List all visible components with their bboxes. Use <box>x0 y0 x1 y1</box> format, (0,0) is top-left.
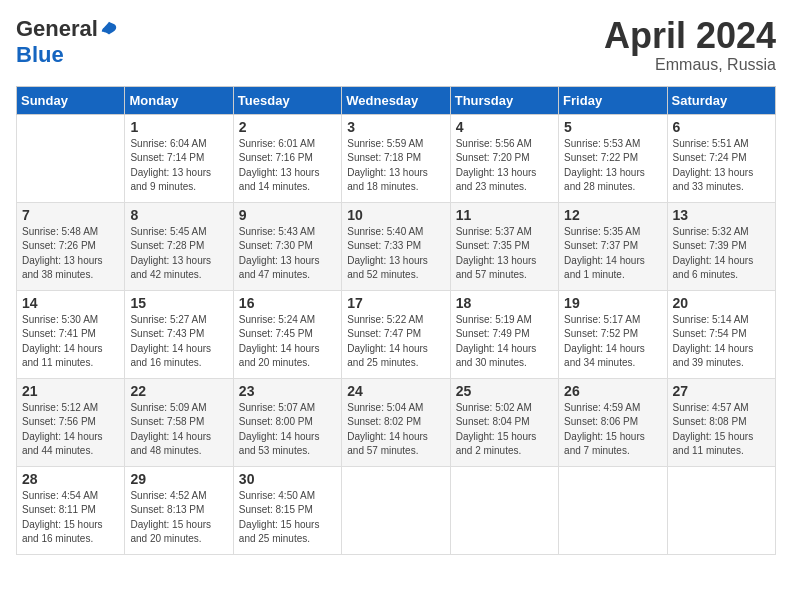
day-number: 16 <box>239 295 336 311</box>
day-number: 19 <box>564 295 661 311</box>
day-info: Sunrise: 5:12 AMSunset: 7:56 PMDaylight:… <box>22 401 119 459</box>
calendar-cell: 3Sunrise: 5:59 AMSunset: 7:18 PMDaylight… <box>342 114 450 202</box>
calendar-cell: 25Sunrise: 5:02 AMSunset: 8:04 PMDayligh… <box>450 378 558 466</box>
day-info: Sunrise: 5:24 AMSunset: 7:45 PMDaylight:… <box>239 313 336 371</box>
day-number: 24 <box>347 383 444 399</box>
day-number: 27 <box>673 383 770 399</box>
calendar-cell: 20Sunrise: 5:14 AMSunset: 7:54 PMDayligh… <box>667 290 775 378</box>
day-number: 22 <box>130 383 227 399</box>
calendar-weekday-tuesday: Tuesday <box>233 86 341 114</box>
day-number: 5 <box>564 119 661 135</box>
day-info: Sunrise: 5:17 AMSunset: 7:52 PMDaylight:… <box>564 313 661 371</box>
location-subtitle: Emmaus, Russia <box>604 56 776 74</box>
day-info: Sunrise: 5:27 AMSunset: 7:43 PMDaylight:… <box>130 313 227 371</box>
page-header: General Blue April 2024 Emmaus, Russia <box>16 16 776 74</box>
day-info: Sunrise: 5:35 AMSunset: 7:37 PMDaylight:… <box>564 225 661 283</box>
day-number: 29 <box>130 471 227 487</box>
calendar-week-row: 28Sunrise: 4:54 AMSunset: 8:11 PMDayligh… <box>17 466 776 554</box>
calendar-cell <box>559 466 667 554</box>
day-number: 21 <box>22 383 119 399</box>
day-info: Sunrise: 5:02 AMSunset: 8:04 PMDaylight:… <box>456 401 553 459</box>
day-number: 25 <box>456 383 553 399</box>
logo-bird-icon <box>100 20 118 38</box>
day-number: 26 <box>564 383 661 399</box>
day-number: 3 <box>347 119 444 135</box>
calendar-weekday-wednesday: Wednesday <box>342 86 450 114</box>
day-info: Sunrise: 4:59 AMSunset: 8:06 PMDaylight:… <box>564 401 661 459</box>
calendar-cell: 7Sunrise: 5:48 AMSunset: 7:26 PMDaylight… <box>17 202 125 290</box>
day-number: 12 <box>564 207 661 223</box>
day-info: Sunrise: 5:48 AMSunset: 7:26 PMDaylight:… <box>22 225 119 283</box>
calendar-cell: 2Sunrise: 6:01 AMSunset: 7:16 PMDaylight… <box>233 114 341 202</box>
day-number: 23 <box>239 383 336 399</box>
calendar-cell: 4Sunrise: 5:56 AMSunset: 7:20 PMDaylight… <box>450 114 558 202</box>
logo: General Blue <box>16 16 118 68</box>
calendar-cell: 19Sunrise: 5:17 AMSunset: 7:52 PMDayligh… <box>559 290 667 378</box>
calendar-cell: 15Sunrise: 5:27 AMSunset: 7:43 PMDayligh… <box>125 290 233 378</box>
day-number: 10 <box>347 207 444 223</box>
day-info: Sunrise: 5:32 AMSunset: 7:39 PMDaylight:… <box>673 225 770 283</box>
day-info: Sunrise: 5:56 AMSunset: 7:20 PMDaylight:… <box>456 137 553 195</box>
calendar-week-row: 21Sunrise: 5:12 AMSunset: 7:56 PMDayligh… <box>17 378 776 466</box>
day-number: 15 <box>130 295 227 311</box>
calendar-cell: 17Sunrise: 5:22 AMSunset: 7:47 PMDayligh… <box>342 290 450 378</box>
day-number: 6 <box>673 119 770 135</box>
day-number: 8 <box>130 207 227 223</box>
calendar-cell: 6Sunrise: 5:51 AMSunset: 7:24 PMDaylight… <box>667 114 775 202</box>
day-number: 18 <box>456 295 553 311</box>
day-number: 9 <box>239 207 336 223</box>
day-info: Sunrise: 6:01 AMSunset: 7:16 PMDaylight:… <box>239 137 336 195</box>
day-number: 17 <box>347 295 444 311</box>
calendar-cell: 10Sunrise: 5:40 AMSunset: 7:33 PMDayligh… <box>342 202 450 290</box>
calendar-cell: 16Sunrise: 5:24 AMSunset: 7:45 PMDayligh… <box>233 290 341 378</box>
calendar-weekday-friday: Friday <box>559 86 667 114</box>
calendar-cell: 26Sunrise: 4:59 AMSunset: 8:06 PMDayligh… <box>559 378 667 466</box>
calendar-cell: 9Sunrise: 5:43 AMSunset: 7:30 PMDaylight… <box>233 202 341 290</box>
day-number: 7 <box>22 207 119 223</box>
day-info: Sunrise: 5:22 AMSunset: 7:47 PMDaylight:… <box>347 313 444 371</box>
calendar-week-row: 14Sunrise: 5:30 AMSunset: 7:41 PMDayligh… <box>17 290 776 378</box>
calendar-cell: 11Sunrise: 5:37 AMSunset: 7:35 PMDayligh… <box>450 202 558 290</box>
day-number: 4 <box>456 119 553 135</box>
day-info: Sunrise: 5:43 AMSunset: 7:30 PMDaylight:… <box>239 225 336 283</box>
day-info: Sunrise: 5:09 AMSunset: 7:58 PMDaylight:… <box>130 401 227 459</box>
calendar-weekday-sunday: Sunday <box>17 86 125 114</box>
logo-general-text: General <box>16 16 98 42</box>
calendar-cell: 23Sunrise: 5:07 AMSunset: 8:00 PMDayligh… <box>233 378 341 466</box>
calendar-cell: 27Sunrise: 4:57 AMSunset: 8:08 PMDayligh… <box>667 378 775 466</box>
day-number: 11 <box>456 207 553 223</box>
day-info: Sunrise: 4:50 AMSunset: 8:15 PMDaylight:… <box>239 489 336 547</box>
day-info: Sunrise: 4:52 AMSunset: 8:13 PMDaylight:… <box>130 489 227 547</box>
day-info: Sunrise: 5:14 AMSunset: 7:54 PMDaylight:… <box>673 313 770 371</box>
day-number: 2 <box>239 119 336 135</box>
logo-blue-text: Blue <box>16 42 64 68</box>
calendar-cell: 30Sunrise: 4:50 AMSunset: 8:15 PMDayligh… <box>233 466 341 554</box>
calendar-cell <box>450 466 558 554</box>
day-number: 30 <box>239 471 336 487</box>
calendar-cell: 1Sunrise: 6:04 AMSunset: 7:14 PMDaylight… <box>125 114 233 202</box>
day-info: Sunrise: 5:45 AMSunset: 7:28 PMDaylight:… <box>130 225 227 283</box>
day-number: 20 <box>673 295 770 311</box>
calendar-week-row: 1Sunrise: 6:04 AMSunset: 7:14 PMDaylight… <box>17 114 776 202</box>
calendar-cell: 5Sunrise: 5:53 AMSunset: 7:22 PMDaylight… <box>559 114 667 202</box>
calendar-cell <box>667 466 775 554</box>
day-info: Sunrise: 4:57 AMSunset: 8:08 PMDaylight:… <box>673 401 770 459</box>
calendar-cell: 29Sunrise: 4:52 AMSunset: 8:13 PMDayligh… <box>125 466 233 554</box>
calendar-cell: 14Sunrise: 5:30 AMSunset: 7:41 PMDayligh… <box>17 290 125 378</box>
calendar-cell: 12Sunrise: 5:35 AMSunset: 7:37 PMDayligh… <box>559 202 667 290</box>
calendar-table: SundayMondayTuesdayWednesdayThursdayFrid… <box>16 86 776 555</box>
day-number: 1 <box>130 119 227 135</box>
calendar-header: SundayMondayTuesdayWednesdayThursdayFrid… <box>17 86 776 114</box>
calendar-week-row: 7Sunrise: 5:48 AMSunset: 7:26 PMDaylight… <box>17 202 776 290</box>
month-title: April 2024 <box>604 16 776 56</box>
calendar-cell <box>342 466 450 554</box>
calendar-cell: 28Sunrise: 4:54 AMSunset: 8:11 PMDayligh… <box>17 466 125 554</box>
title-block: April 2024 Emmaus, Russia <box>604 16 776 74</box>
calendar-cell: 8Sunrise: 5:45 AMSunset: 7:28 PMDaylight… <box>125 202 233 290</box>
day-info: Sunrise: 5:59 AMSunset: 7:18 PMDaylight:… <box>347 137 444 195</box>
calendar-weekday-monday: Monday <box>125 86 233 114</box>
calendar-cell: 21Sunrise: 5:12 AMSunset: 7:56 PMDayligh… <box>17 378 125 466</box>
calendar-cell: 22Sunrise: 5:09 AMSunset: 7:58 PMDayligh… <box>125 378 233 466</box>
calendar-weekday-saturday: Saturday <box>667 86 775 114</box>
calendar-cell: 24Sunrise: 5:04 AMSunset: 8:02 PMDayligh… <box>342 378 450 466</box>
